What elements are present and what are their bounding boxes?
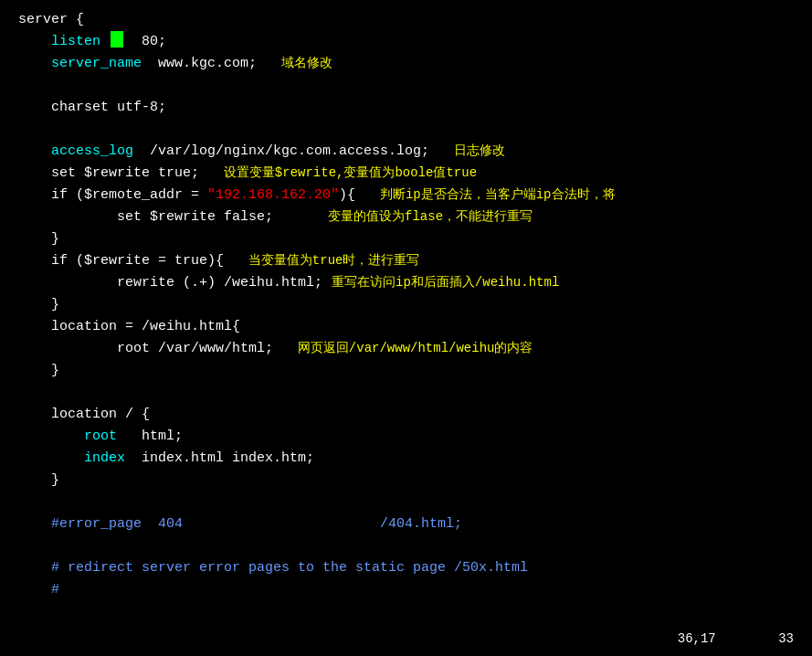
code-text	[18, 141, 51, 163]
code-text	[18, 426, 84, 448]
code-text: if ($rewrite = true){	[18, 250, 224, 272]
code-text: index.html index.htm;	[125, 448, 314, 470]
code-text: charset utf-8;	[18, 97, 166, 119]
code-text	[100, 31, 109, 53]
annotation-text: 网页返回/var/www/html/weihu的内容	[282, 338, 533, 358]
code-line	[18, 535, 794, 557]
code-text: #	[18, 579, 59, 601]
code-line: }	[18, 228, 794, 250]
code-text: }	[18, 228, 59, 250]
code-line: }	[18, 470, 794, 492]
code-text: access_log	[51, 141, 133, 163]
extra-info: 33	[778, 631, 794, 646]
editor-container: server { listen 80; server_name www.kgc.…	[0, 0, 812, 656]
code-text: set $rewrite true;	[18, 163, 199, 185]
status-bar: 36,17 33	[678, 629, 794, 649]
annotation-text: 日志修改	[438, 141, 505, 161]
code-line: root html;	[18, 426, 794, 448]
code-line: server {	[18, 9, 794, 31]
code-line	[18, 492, 794, 513]
annotation-text: 重写在访问ip和后面插入/weihu.html	[332, 272, 559, 292]
code-text: #error_page 404 /404.html;	[18, 513, 462, 535]
code-line: if ($remote_addr = "192.168.162.20" ){ 判…	[18, 185, 794, 206]
code-line: charset utf-8;	[18, 97, 794, 119]
code-line	[18, 119, 794, 141]
code-text: location = /weihu.html{	[18, 316, 240, 338]
annotation-text: 设置变量$rewrite,变量值为boole值true	[208, 163, 477, 183]
code-line	[18, 75, 794, 97]
code-text: server_name	[51, 53, 142, 75]
code-line: access_log /var/log/nginx/kgc.com.access…	[18, 141, 794, 163]
code-text: ){	[339, 185, 355, 206]
annotation-text: 当变量值为true时，进行重写	[233, 250, 419, 270]
code-text: /var/log/nginx/kgc.com.access.log;	[133, 141, 429, 163]
cursor-position: 36,17	[678, 631, 716, 646]
code-text: "192.168.162.20"	[207, 185, 339, 206]
code-text: }	[18, 360, 59, 382]
code-text: set $rewrite false;	[18, 206, 273, 228]
code-line: root /var/www/html; 网页返回/var/www/html/we…	[18, 338, 794, 360]
code-line: set $rewrite false; 变量的值设为flase，不能进行重写	[18, 206, 794, 228]
code-line: server_name www.kgc.com; 域名修改	[18, 53, 794, 75]
code-text	[18, 448, 84, 470]
code-text: rewrite (.+) /weihu.html;	[18, 272, 322, 294]
annotation-text: 域名修改	[266, 53, 332, 73]
code-line: }	[18, 294, 794, 316]
code-text: # redirect server error pages to the sta…	[18, 557, 528, 579]
code-line: location = /weihu.html{	[18, 316, 794, 338]
code-line: }	[18, 360, 794, 382]
code-line: # redirect server error pages to the sta…	[18, 557, 794, 579]
code-text	[18, 31, 51, 53]
code-line: #error_page 404 /404.html;	[18, 513, 794, 535]
code-text: server {	[18, 9, 84, 31]
code-text: 80;	[125, 31, 166, 53]
code-line	[18, 382, 794, 404]
code-text	[18, 53, 51, 75]
code-line: rewrite (.+) /weihu.html; 重写在访问ip和后面插入/w…	[18, 272, 794, 294]
code-text: }	[18, 470, 59, 492]
code-text: www.kgc.com;	[142, 53, 257, 75]
code-line: index index.html index.htm;	[18, 448, 794, 470]
code-text: }	[18, 294, 59, 316]
code-text: if ($remote_addr =	[18, 185, 207, 206]
code-text: root /var/www/html;	[18, 338, 273, 360]
annotation-text: 判断ip是否合法，当客户端ip合法时，将	[364, 185, 615, 205]
code-text: root	[84, 426, 117, 448]
code-text: listen	[51, 31, 100, 53]
code-line: #	[18, 579, 794, 601]
code-text: index	[84, 448, 125, 470]
code-text: html;	[117, 426, 183, 448]
code-line: if ($rewrite = true){ 当变量值为true时，进行重写	[18, 250, 794, 272]
code-line: set $rewrite true; 设置变量$rewrite,变量值为bool…	[18, 163, 794, 185]
code-text: location / {	[18, 404, 150, 426]
annotation-text: 变量的值设为flase，不能进行重写	[328, 206, 533, 227]
code-line: location / {	[18, 404, 794, 426]
code-line: listen 80;	[18, 31, 794, 53]
cursor-block	[111, 31, 123, 48]
